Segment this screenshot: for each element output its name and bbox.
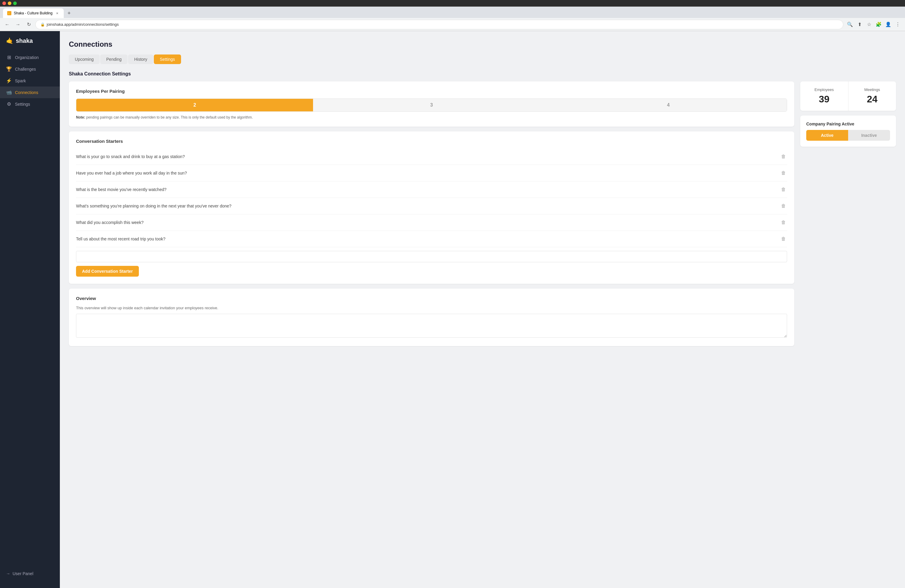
sidebar-item-label: Connections [15,90,38,95]
spark-icon: ⚡ [6,78,12,84]
tab-pending[interactable]: Pending [100,54,127,64]
forward-button[interactable]: → [14,21,22,29]
tab-settings[interactable]: Settings [154,54,181,64]
tab-favicon: 🤙 [7,11,11,15]
share-icon[interactable]: ⬆ [855,21,864,29]
inactive-toggle-button[interactable]: Inactive [848,130,890,141]
new-tab-button[interactable]: + [64,8,74,18]
stats-row: Employees 39 Meetings 24 [800,81,896,111]
traffic-green[interactable] [13,2,17,5]
tab-title: Shaka - Culture Building [14,11,52,15]
pairing-option-4[interactable]: 4 [550,99,787,111]
browser-tab-active[interactable]: 🤙 Shaka - Culture Building ✕ [3,8,64,18]
active-inactive-toggle: Active Inactive [806,130,890,141]
tab-close-button[interactable]: ✕ [55,11,60,16]
tab-upcoming[interactable]: Upcoming [69,54,100,64]
active-toggle-button[interactable]: Active [806,130,848,141]
add-starter-button[interactable]: Add Conversation Starter [76,266,139,277]
employees-per-pairing-card: Employees Per Pairing 2 3 4 Note: pendin… [69,81,794,127]
meetings-stat-card: Meetings 24 [848,81,896,111]
starter-delete-button[interactable]: 🗑 [780,153,787,161]
sidebar-item-settings[interactable]: ⚙ Settings [0,98,60,110]
overview-card: Overview This overview will show up insi… [69,289,794,346]
pairing-option-2[interactable]: 2 [76,99,313,111]
sidebar-item-label: Settings [15,102,30,106]
section-title: Shaka Connection Settings [69,71,896,77]
new-starter-input[interactable] [76,251,787,262]
content-sidebar: Employees 39 Meetings 24 Company Pairing… [800,81,896,346]
conversation-starters-title: Conversation Starters [76,138,787,144]
bookmark-icon[interactable]: ☆ [865,21,873,29]
browser-top-bar [0,0,905,6]
pairing-note: Note: pending pairings can be manually o… [76,115,787,119]
traffic-yellow[interactable] [8,2,11,5]
sidebar-item-label: Organization [15,55,39,60]
profile-icon[interactable]: 👤 [884,21,892,29]
page-title: Connections [69,40,896,49]
lock-icon: 🔒 [40,22,45,27]
settings-icon: ⚙ [6,101,12,107]
reload-button[interactable]: ↻ [25,21,33,29]
starters-list: What is your go to snack and drink to bu… [76,148,787,247]
browser-chrome: 🤙 Shaka - Culture Building ✕ + ← → ↻ 🔒 j… [0,0,905,31]
starter-text: What did you accomplish this week? [76,220,144,225]
sidebar-item-challenges[interactable]: 🏆 Challenges [0,63,60,75]
starter-text: Have you ever had a job where you work a… [76,171,187,175]
tabs-bar: Upcoming Pending History Settings [69,54,896,64]
starter-text: What is the best movie you've recently w… [76,187,167,192]
main-content: Connections Upcoming Pending History Set… [60,31,905,588]
tab-history[interactable]: History [128,54,153,64]
connections-icon: 📹 [6,89,12,95]
overview-description: This overview will show up inside each c… [76,306,787,310]
starter-delete-button[interactable]: 🗑 [780,235,787,243]
employees-per-pairing-title: Employees Per Pairing [76,89,787,94]
starter-delete-button[interactable]: 🗑 [780,186,787,194]
address-bar[interactable]: 🔒 joinshaka.app/admin/connections/settin… [35,20,843,29]
organization-icon: ⊞ [6,54,12,60]
starter-delete-button[interactable]: 🗑 [780,169,787,177]
browser-action-buttons: 🔍 ⬆ ☆ 🧩 👤 ⋮ [846,21,902,29]
user-panel-link[interactable]: → User Panel [6,571,54,576]
search-icon[interactable]: 🔍 [846,21,854,29]
pairing-note-prefix: Note: [76,115,85,119]
back-button[interactable]: ← [3,21,11,29]
starter-text: What's something you're planning on doin… [76,203,231,208]
extensions-icon[interactable]: 🧩 [875,21,883,29]
browser-traffic-lights [2,2,17,5]
pairing-active-card: Company Pairing Active Active Inactive [800,116,896,147]
challenges-icon: 🏆 [6,66,12,72]
sidebar-item-label: Spark [15,78,26,83]
starter-text: What is your go to snack and drink to bu… [76,154,185,159]
menu-icon[interactable]: ⋮ [894,21,902,29]
meetings-stat-value: 24 [854,94,890,105]
sidebar: 🤙 shaka ⊞ Organization 🏆 Challenges ⚡ Sp… [0,31,60,588]
sidebar-bottom: → User Panel [0,565,60,582]
starter-delete-button[interactable]: 🗑 [780,202,787,210]
browser-tabs: 🤙 Shaka - Culture Building ✕ + [0,6,905,18]
starter-item: What did you accomplish this week? 🗑 [76,215,787,231]
user-panel-label: User Panel [13,571,33,576]
employees-stat-label: Employees [806,87,842,92]
sidebar-item-connections[interactable]: 📹 Connections [0,86,60,98]
url-text: joinshaka.app/admin/connections/settings [47,22,119,27]
overview-title: Overview [76,296,787,301]
sidebar-nav: ⊞ Organization 🏆 Challenges ⚡ Spark 📹 Co… [0,51,60,565]
starter-delete-button[interactable]: 🗑 [780,219,787,226]
pairing-options: 2 3 4 [76,99,787,112]
sidebar-item-label: Challenges [15,67,36,72]
logo-icon: 🤙 [6,37,13,44]
sidebar-item-spark[interactable]: ⚡ Spark [0,75,60,86]
traffic-red[interactable] [2,2,6,5]
starter-item: Tell us about the most recent road trip … [76,231,787,247]
conversation-starters-card: Conversation Starters What is your go to… [69,132,794,284]
logo-text: shaka [16,37,33,44]
pairing-active-title: Company Pairing Active [806,122,890,126]
content-main: Employees Per Pairing 2 3 4 Note: pendin… [69,81,794,346]
pairing-option-3[interactable]: 3 [313,99,550,111]
overview-textarea[interactable] [76,314,787,338]
meetings-stat-label: Meetings [854,87,890,92]
sidebar-item-organization[interactable]: ⊞ Organization [0,51,60,63]
starter-item: What is your go to snack and drink to bu… [76,148,787,165]
starter-item: What's something you're planning on doin… [76,198,787,215]
pairing-note-text: pending pairings can be manually overrid… [86,115,253,119]
